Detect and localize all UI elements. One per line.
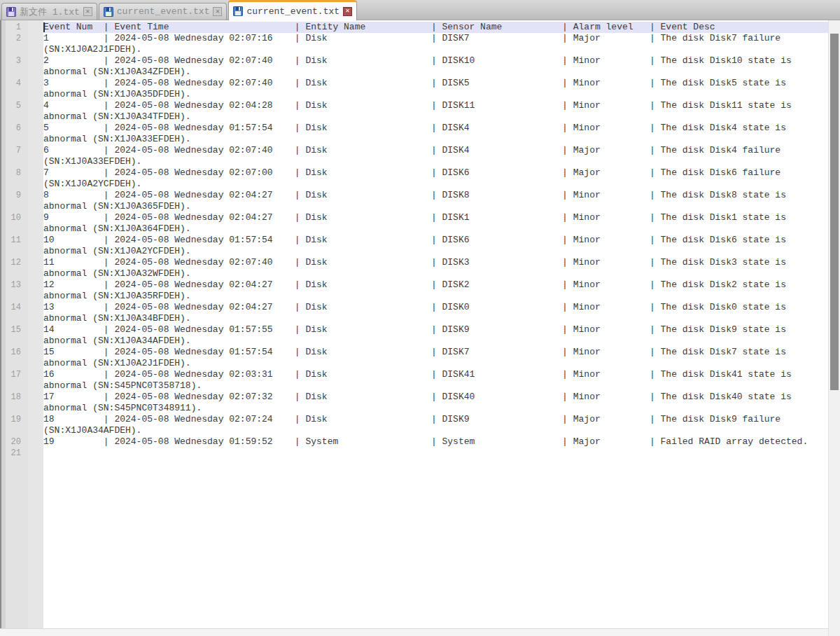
editor-line-text[interactable]: abnormal (SN:X1J0A34ZFDEH). [43,67,828,78]
editor-line-text[interactable]: abnormal (SN:X1J0A364FDEH). [43,223,828,235]
editor-line-text[interactable]: 15 | 2024-05-08 Wednesday 01:57:54 | Dis… [43,347,828,358]
editor-line[interactable]: abnormal (SN:X1J0A34AFDEH). [0,336,828,347]
editor-line[interactable]: abnormal (SN:X1J0A34ZFDEH). [0,67,828,78]
editor-line[interactable]: 1615 | 2024-05-08 Wednesday 01:57:54 | D… [0,347,828,358]
line-number [0,268,43,279]
editor-line-text[interactable]: 13 | 2024-05-08 Wednesday 02:04:27 | Dis… [43,302,828,313]
editor-line[interactable]: 32 | 2024-05-08 Wednesday 02:07:40 | Dis… [0,55,828,67]
vertical-scrollbar[interactable] [828,20,840,636]
editor-line[interactable]: 1716 | 2024-05-08 Wednesday 02:03:31 | D… [0,369,828,380]
editor-line[interactable]: abnormal (SN:X1J0A34BFDEH). [0,313,828,324]
horizontal-scrollbar[interactable] [0,628,828,636]
editor-line-text[interactable]: abnormal (SN:S45PNC0T348911). [43,403,828,414]
editor-line-text[interactable]: 9 | 2024-05-08 Wednesday 02:04:27 | Disk… [43,212,828,223]
editor-line-text[interactable]: 12 | 2024-05-08 Wednesday 02:04:27 | Dis… [43,279,828,291]
editor-line[interactable]: 65 | 2024-05-08 Wednesday 01:57:54 | Dis… [0,123,828,134]
editor-line-text[interactable]: abnormal (SN:X1J0A35DFDEH). [43,89,828,100]
editor-line[interactable]: abnormal (SN:S45PNC0T358718). [0,380,828,392]
editor-line-text[interactable] [43,448,828,459]
editor-line[interactable]: abnormal (SN:X1J0A365FDEH). [0,201,828,212]
editor-line-text[interactable]: 19 | 2024-05-08 Wednesday 01:59:52 | Sys… [43,436,828,448]
editor-line-text[interactable]: 3 | 2024-05-08 Wednesday 02:07:40 | Disk… [43,78,828,89]
editor-line[interactable]: abnormal (SN:X1J0A364FDEH). [0,223,828,235]
editor-line-text[interactable]: abnormal (SN:X1J0A365FDEH). [43,201,828,212]
editor-line[interactable]: 1918 | 2024-05-08 Wednesday 02:07:24 | D… [0,414,828,425]
editor-line-text[interactable]: abnormal (SN:X1J0A34AFDEH). [43,336,828,347]
editor-line[interactable]: 1514 | 2024-05-08 Wednesday 01:57:55 | D… [0,324,828,336]
editor-line[interactable]: 2019 | 2024-05-08 Wednesday 01:59:52 | S… [0,436,828,448]
editor-line[interactable]: 109 | 2024-05-08 Wednesday 02:04:27 | Di… [0,212,828,223]
editor-line[interactable]: 43 | 2024-05-08 Wednesday 02:07:40 | Dis… [0,78,828,89]
editor-line[interactable]: abnormal (SN:X1J0A2J1FDEH). [0,358,828,369]
close-tab-icon[interactable]: ✕ [83,7,92,16]
editor-line[interactable]: 76 | 2024-05-08 Wednesday 02:07:40 | Dis… [0,145,828,156]
editor-line[interactable]: 87 | 2024-05-08 Wednesday 02:07:00 | Dis… [0,167,828,179]
line-number [0,134,43,145]
line-number: 10 [0,212,43,223]
editor-line[interactable]: 1211 | 2024-05-08 Wednesday 02:07:40 | D… [0,257,828,268]
editor-line-text[interactable]: (SN:X1J0A34AFDEH). [43,425,828,436]
tab-current-event-1[interactable]: current_event.txt ✕ [99,3,227,20]
editor-line-text[interactable]: (SN:X1J0A2J1FDEH). [43,44,828,55]
editor-line[interactable]: (SN:X1J0A33EFDEH). [0,156,828,167]
tab-bar: 新文件 1.txt ✕ current_event.txt ✕ current_… [0,0,840,20]
editor-line-text[interactable]: 18 | 2024-05-08 Wednesday 02:07:24 | Dis… [43,414,828,425]
editor-line[interactable]: (SN:X1J0A34AFDEH). [0,425,828,436]
editor-line[interactable]: 1Event Num | Event Time | Entity Name | … [0,22,828,33]
editor-line-text[interactable]: 17 | 2024-05-08 Wednesday 02:07:32 | Dis… [43,392,828,403]
editor-line-text[interactable]: abnormal (SN:X1J0A2YCFDEH). [43,246,828,257]
editor-line-text[interactable]: 11 | 2024-05-08 Wednesday 02:07:40 | Dis… [43,257,828,268]
editor-line[interactable]: abnormal (SN:X1J0A2YCFDEH). [0,246,828,257]
editor-line[interactable]: 98 | 2024-05-08 Wednesday 02:04:27 | Dis… [0,190,828,201]
line-number: 9 [0,190,43,201]
editor-line-text[interactable]: 10 | 2024-05-08 Wednesday 01:57:54 | Dis… [43,235,828,246]
editor-line-text[interactable]: 5 | 2024-05-08 Wednesday 01:57:54 | Disk… [43,123,828,134]
editor-line[interactable]: abnormal (SN:X1J0A35RFDEH). [0,291,828,302]
editor-line[interactable]: abnormal (SN:X1J0A32WFDEH). [0,268,828,279]
text-editor[interactable]: 1Event Num | Event Time | Entity Name | … [0,20,840,636]
editor-line-text[interactable]: abnormal (SN:X1J0A33EFDEH). [43,134,828,145]
editor-line[interactable]: (SN:X1J0A2YCFDEH). [0,179,828,190]
editor-line-text[interactable]: abnormal (SN:X1J0A34TFDEH). [43,111,828,123]
editor-line[interactable]: 21 | 2024-05-08 Wednesday 02:07:16 | Dis… [0,33,828,44]
editor-line[interactable]: 1817 | 2024-05-08 Wednesday 02:07:32 | D… [0,392,828,403]
editor-line-text[interactable]: (SN:X1J0A2YCFDEH). [43,179,828,190]
line-number [0,336,43,347]
editor-line-text[interactable]: 7 | 2024-05-08 Wednesday 02:07:00 | Disk… [43,167,828,179]
editor-line-text[interactable]: 1 | 2024-05-08 Wednesday 02:07:16 | Disk… [43,33,828,44]
editor-line-text[interactable]: abnormal (SN:X1J0A32WFDEH). [43,268,828,279]
editor-line-text[interactable]: abnormal (SN:S45PNC0T358718). [43,380,828,392]
editor-line[interactable]: abnormal (SN:X1J0A34TFDEH). [0,111,828,123]
editor-line[interactable]: abnormal (SN:S45PNC0T348911). [0,403,828,414]
editor-line[interactable]: 1110 | 2024-05-08 Wednesday 01:57:54 | D… [0,235,828,246]
editor-line[interactable]: 1312 | 2024-05-08 Wednesday 02:04:27 | D… [0,279,828,291]
editor-line[interactable]: 21 [0,448,828,459]
editor-line[interactable]: (SN:X1J0A2J1FDEH). [0,44,828,55]
tab-new-file-1[interactable]: 新文件 1.txt ✕ [1,3,97,20]
editor-line[interactable]: abnormal (SN:X1J0A33EFDEH). [0,134,828,145]
editor-line-text[interactable]: 4 | 2024-05-08 Wednesday 02:04:28 | Disk… [43,100,828,111]
editor-line-text[interactable]: 2 | 2024-05-08 Wednesday 02:07:40 | Disk… [43,55,828,67]
tab-current-event-2-active[interactable]: current_event.txt ✕ [228,0,357,20]
vertical-scrollbar-thumb[interactable] [830,34,839,390]
editor-line[interactable]: 54 | 2024-05-08 Wednesday 02:04:28 | Dis… [0,100,828,111]
editor-line-text[interactable]: (SN:X1J0A33EFDEH). [43,156,828,167]
editor-line-text[interactable]: abnormal (SN:X1J0A34BFDEH). [43,313,828,324]
editor-line-text[interactable]: 6 | 2024-05-08 Wednesday 02:07:40 | Disk… [43,145,828,156]
editor-line-text[interactable]: abnormal (SN:X1J0A2J1FDEH). [43,358,828,369]
line-number: 17 [0,369,43,380]
editor-line[interactable]: abnormal (SN:X1J0A35DFDEH). [0,89,828,100]
line-number: 20 [0,436,43,448]
line-number: 1 [0,22,43,33]
editor-line-text-current[interactable]: Event Num | Event Time | Entity Name | S… [43,22,828,33]
editor-content[interactable]: 1Event Num | Event Time | Entity Name | … [0,22,828,459]
editor-line-text[interactable]: abnormal (SN:X1J0A35RFDEH). [43,291,828,302]
editor-line-text[interactable]: 14 | 2024-05-08 Wednesday 01:57:55 | Dis… [43,324,828,336]
editor-line-text[interactable]: 16 | 2024-05-08 Wednesday 02:03:31 | Dis… [43,369,828,380]
editor-line[interactable]: 1413 | 2024-05-08 Wednesday 02:04:27 | D… [0,302,828,313]
editor-line-text[interactable]: 8 | 2024-05-08 Wednesday 02:04:27 | Disk… [43,190,828,201]
floppy-disk-blue-icon [104,7,113,17]
close-tab-icon[interactable]: ✕ [213,7,222,16]
close-tab-icon[interactable]: ✕ [343,7,352,16]
tab-label: current_event.txt [246,6,340,17]
